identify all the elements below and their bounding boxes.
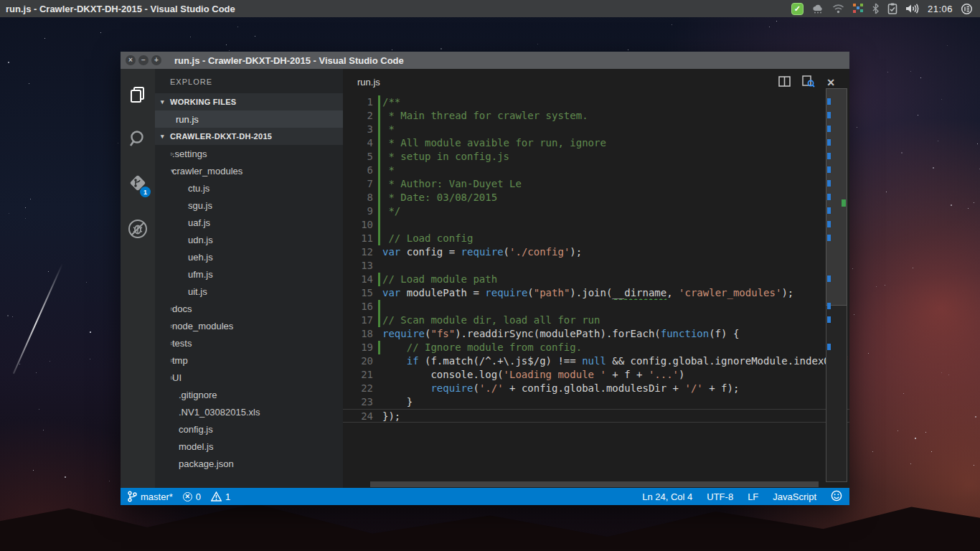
warning-count[interactable]: 1 xyxy=(211,491,230,502)
open-preview-icon[interactable] xyxy=(802,75,815,90)
folder-label: docs xyxy=(171,303,192,314)
session-menu-icon[interactable] xyxy=(961,3,973,15)
weather-cloud-icon[interactable] xyxy=(811,3,824,14)
feedback-smiley-icon[interactable] xyxy=(831,490,842,504)
code-line-9[interactable]: 9 */ xyxy=(343,204,849,218)
code-line-4[interactable]: 4 * All module avaible for run, ignore xyxy=(343,136,849,150)
tree-file-uaf-js[interactable]: uaf.js xyxy=(155,214,343,231)
maximize-button[interactable]: + xyxy=(151,55,161,65)
minimize-button[interactable]: − xyxy=(138,55,149,65)
code-line-23[interactable]: 23 } xyxy=(343,395,849,409)
code-line-2[interactable]: 2 * Main thread for crawler system. xyxy=(343,109,849,123)
tree-file--nv1-03082015-xls[interactable]: .NV1_03082015.xls xyxy=(155,403,343,420)
tree-folder-tmp[interactable]: ▹tmp xyxy=(155,352,343,369)
working-file-item[interactable]: run.js xyxy=(155,110,343,128)
code-text: * xyxy=(382,164,395,177)
file-label: run.js xyxy=(155,114,199,125)
code-line-19[interactable]: 19 // Ignore module from config. xyxy=(343,341,849,354)
code-line-22[interactable]: 22 require('./' + config.global.modulesD… xyxy=(343,382,849,395)
tree-file-sgu-js[interactable]: sgu.js xyxy=(155,197,343,214)
close-button[interactable]: × xyxy=(126,55,136,65)
line-number: 7 xyxy=(343,177,373,191)
code-line-12[interactable]: 12var config = require('./config'); xyxy=(343,245,849,259)
close-editor-icon[interactable]: ✕ xyxy=(826,77,835,88)
tree-folder-tests[interactable]: ▹tests xyxy=(155,334,343,352)
code-editor[interactable]: 1/**2 * Main thread for crawler system.3… xyxy=(343,95,849,488)
system-top-bar: run.js - Crawler-DKXT-DH-2015 - Visual S… xyxy=(0,0,980,17)
code-line-14[interactable]: 14// Load module path xyxy=(343,273,849,286)
tree-file--gitignore[interactable]: .gitignore xyxy=(155,386,343,403)
folder-label: tests xyxy=(171,338,192,349)
git-branch-status[interactable]: master* xyxy=(127,491,173,502)
folder-label: node_modules xyxy=(171,321,233,331)
error-count[interactable]: ✕ 0 xyxy=(183,491,201,502)
code-line-15[interactable]: 15var modulePath = require("path").join(… xyxy=(343,286,849,300)
tree-file-ufm-js[interactable]: ufm.js xyxy=(155,265,343,283)
tree-file-config-js[interactable]: config.js xyxy=(155,420,343,438)
code-line-20[interactable]: 20 if (f.match(/^.+\.js$/g) !== null && … xyxy=(343,354,849,368)
code-line-6[interactable]: 6 * xyxy=(343,164,849,177)
code-line-16[interactable]: 16 xyxy=(343,300,849,314)
section-label: WORKING FILES xyxy=(170,98,237,106)
window-titlebar[interactable]: × − + run.js - Crawler-DKXT-DH-2015 - Vi… xyxy=(121,52,849,69)
tree-file-uit-js[interactable]: uit.js xyxy=(155,283,343,300)
code-line-18[interactable]: 18require("fs").readdirSync(modulePath).… xyxy=(343,327,849,341)
status-bar: master* ✕ 0 1 Ln 24, Col 4 UTF-8 LF Java… xyxy=(121,488,849,505)
line-number: 20 xyxy=(343,354,373,368)
line-number: 17 xyxy=(343,314,373,327)
horizontal-scrollbar-thumb[interactable] xyxy=(370,481,819,487)
code-line-17[interactable]: 17// Scan module dir, load all for run xyxy=(343,314,849,327)
editor-file-title[interactable]: run.js xyxy=(343,77,380,88)
code-line-11[interactable]: 11 // Load config xyxy=(343,232,849,245)
chevron-right-icon: ▹ xyxy=(155,150,171,157)
tree-file-model-js[interactable]: model.js xyxy=(155,438,343,455)
eol-indicator[interactable]: LF xyxy=(748,491,758,502)
code-line-1[interactable]: 1/** xyxy=(343,95,849,109)
cursor-position[interactable]: Ln 24, Col 4 xyxy=(642,491,692,502)
encoding[interactable]: UTF-8 xyxy=(707,491,733,502)
bluetooth-icon[interactable] xyxy=(872,3,880,14)
line-number: 11 xyxy=(343,232,373,245)
split-editor-icon[interactable] xyxy=(778,76,791,89)
code-line-10[interactable]: 10 xyxy=(343,218,849,232)
app-colors-icon[interactable] xyxy=(852,3,864,14)
tree-folder-ui[interactable]: ▹UI xyxy=(155,369,343,386)
status-check-icon[interactable]: ✓ xyxy=(791,3,804,15)
code-line-7[interactable]: 7 * Author: Van-Duyet Le xyxy=(343,177,849,191)
git-icon[interactable]: 1 xyxy=(121,165,155,201)
code-line-24[interactable]: 24}); xyxy=(343,409,849,423)
chevron-right-icon: ▹ xyxy=(155,305,171,312)
explorer-icon[interactable] xyxy=(121,77,155,113)
volume-icon[interactable] xyxy=(905,3,920,14)
tree-file-ueh-js[interactable]: ueh.js xyxy=(155,248,343,265)
editor-group: run.js ✕ 1/**2 * Main thread for crawler… xyxy=(343,69,849,488)
clipboard-icon[interactable] xyxy=(887,3,897,14)
window-title: run.js - Crawler-DKXT-DH-2015 - Visual S… xyxy=(161,55,404,66)
tree-file-package-json[interactable]: package.json xyxy=(155,455,343,472)
overview-modified-mark xyxy=(827,180,831,187)
tree-folder--settings[interactable]: ▹.settings xyxy=(155,145,343,162)
code-line-8[interactable]: 8 * Date: 03/08/2015 xyxy=(343,191,849,204)
tree-folder-node-modules[interactable]: ▹node_modules xyxy=(155,317,343,334)
wifi-icon[interactable] xyxy=(832,4,844,14)
clock[interactable]: 21:06 xyxy=(928,4,953,14)
overview-modified-mark xyxy=(827,194,831,200)
code-line-21[interactable]: 21 console.log('Loading module ' + f + '… xyxy=(343,368,849,382)
code-line-3[interactable]: 3 * xyxy=(343,123,849,136)
tree-file-ctu-js[interactable]: ctu.js xyxy=(155,179,343,197)
vscode-window: × − + run.js - Crawler-DKXT-DH-2015 - Vi… xyxy=(121,52,849,505)
section-project[interactable]: ▾ CRAWLER-DKXT-DH-2015 xyxy=(155,128,343,145)
tree-folder-docs[interactable]: ▹docs xyxy=(155,300,343,317)
language-mode[interactable]: JavaScript xyxy=(773,491,816,502)
tree-folder-crawler-modules[interactable]: ▾crawler_modules xyxy=(155,162,343,179)
tree-file-udn-js[interactable]: udn.js xyxy=(155,231,343,248)
search-icon[interactable] xyxy=(121,121,155,156)
section-working-files[interactable]: ▾ WORKING FILES xyxy=(155,93,343,110)
line-number: 8 xyxy=(343,191,373,204)
code-text: * setup in config.js xyxy=(382,150,509,164)
code-text: * Main thread for crawler system. xyxy=(382,109,588,123)
git-added-gutter xyxy=(378,123,380,136)
debug-icon[interactable] xyxy=(121,211,155,247)
code-line-5[interactable]: 5 * setup in config.js xyxy=(343,150,849,164)
code-line-13[interactable]: 13 xyxy=(343,259,849,273)
